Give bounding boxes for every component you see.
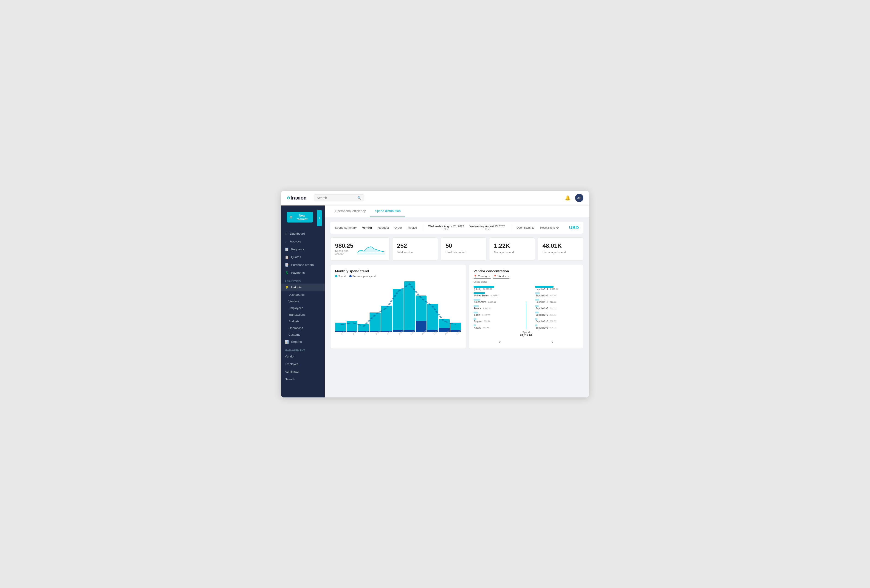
filter-spend-summary[interactable]: Spend summary <box>335 226 357 229</box>
country-bar-5 <box>474 318 476 320</box>
search-bar[interactable]: 🔍 <box>314 195 364 201</box>
sidebar-item-approve[interactable]: ✓ Approve <box>281 238 325 246</box>
vendor-value-6: 204.00 <box>550 326 556 329</box>
logo: ⊙ fraxion <box>287 195 306 201</box>
avatar-button[interactable]: AF <box>575 194 583 202</box>
filter-request[interactable]: Request <box>378 226 389 229</box>
sidebar-label-po: Purchase orders <box>291 263 314 266</box>
end-date-group[interactable]: Wednesday, August 23, 2023 End <box>469 225 505 231</box>
stat-card-unmanaged-spend: 48.01K Unmanaged spend <box>538 237 583 261</box>
sidebar-label-quotes: Quotes <box>291 255 301 259</box>
sidebar-item-payments[interactable]: 💲 Payments <box>281 269 325 277</box>
vendor-bar-2 <box>535 299 539 301</box>
payments-icon: 💲 <box>285 271 289 275</box>
new-request-button[interactable]: ⊕ New request <box>287 212 313 222</box>
sidebar-label-approve: Approve <box>290 240 301 243</box>
sankey-center-value: 49,012.64 <box>520 333 532 337</box>
filter-vendor[interactable]: Vendor <box>362 226 372 229</box>
stat-card-total-vendors: 252 Total vendors <box>392 237 438 261</box>
sidebar-item-employee[interactable]: Employee <box>281 360 325 368</box>
vendor-item-2: Supplier1~8412.00 <box>535 299 578 303</box>
sidebar-sub-customs[interactable]: Customs <box>281 331 325 338</box>
country-name-5: Belgium <box>474 320 482 323</box>
search-input[interactable] <box>317 196 356 200</box>
vendor-item-6: Supplier1~2204.00 <box>535 325 578 329</box>
mini-chart <box>357 243 385 255</box>
sidebar-label-vendor: Vendor <box>285 355 295 358</box>
open-filters-button[interactable]: Open filters ⚙ <box>517 226 535 229</box>
vendor-item-3: Supplier1~6301.00 <box>535 305 578 310</box>
requests-icon: 📄 <box>285 247 289 251</box>
tab-spend-distribution[interactable]: Spend distribution <box>370 205 405 217</box>
reports-icon: 📊 <box>285 340 289 344</box>
vendor-filter-close[interactable]: ✕ <box>507 275 509 278</box>
bar-group-202307: 202307 <box>439 281 450 332</box>
vendor-chevron-down[interactable]: ∨ <box>551 339 554 344</box>
vendor-bar-0 <box>535 286 554 288</box>
country-filter-tag[interactable]: 📍 Country ✕ <box>474 275 490 279</box>
stat-card-used-period: 50 Used this period <box>441 237 486 261</box>
tab-operational-efficiency[interactable]: Operational efficiency <box>330 205 370 217</box>
reset-filters-icon: ⚙ <box>556 226 559 229</box>
country-col: (Blank)32,085.10United States6,706.07Sou… <box>474 286 517 329</box>
vendor-name-6: Supplier1~2 <box>536 326 548 329</box>
country-item-4: Spain1,153.00 <box>474 311 517 316</box>
po-icon: 📑 <box>285 263 289 267</box>
country-chevron-down[interactable]: ∨ <box>498 339 501 344</box>
vendor-name-4: Supplier1~9 <box>536 314 548 316</box>
sidebar-item-dashboard[interactable]: ⊞ Dashboard <box>281 230 325 238</box>
sidebar-sub-transactions[interactable]: Transactions <box>281 311 325 318</box>
sidebar-sub-dashboards[interactable]: Dashboards <box>281 291 325 298</box>
sidebar-item-administer[interactable]: Administer <box>281 368 325 375</box>
country-filter-close[interactable]: ✕ <box>489 275 490 278</box>
sidebar-item-quotes[interactable]: 📋 Quotes <box>281 253 325 261</box>
vendor-filter-label: Vendor <box>498 275 507 278</box>
vendor-filter-tag[interactable]: 📍 Vendor ✕ <box>493 275 509 279</box>
country-bar-6 <box>474 325 476 326</box>
country-name-3: France <box>474 307 481 310</box>
sidebar-item-insights[interactable]: 💡 Insights <box>281 284 325 291</box>
bell-button[interactable]: 🔔 <box>564 194 571 202</box>
sidebar-item-reports[interactable]: 📊 Reports <box>281 338 325 346</box>
bar-current-202305 <box>416 295 426 332</box>
vendor-item-1: Supplier1~4440.39 <box>535 292 578 297</box>
bar-current-202301 <box>369 313 380 332</box>
management-section-label: MANAGEMENT <box>281 346 325 353</box>
stat-label-3: Used this period <box>445 251 482 254</box>
sidebar-item-search[interactable]: Search <box>281 375 325 383</box>
country-filter-loc-icon: 📍 <box>474 275 477 278</box>
sidebar-sub-employees[interactable]: Employees <box>281 305 325 311</box>
sidebar-label-reports: Reports <box>291 340 302 344</box>
sparkline-svg <box>357 243 385 255</box>
sidebar-item-vendor[interactable]: Vendor <box>281 353 325 360</box>
insights-icon: 💡 <box>285 286 289 289</box>
vendor-bar-4 <box>535 311 539 313</box>
sidebar-item-purchase-orders[interactable]: 📑 Purchase orders <box>281 261 325 269</box>
sidebar-label-dashboard: Dashboard <box>290 232 305 235</box>
reset-filters-button[interactable]: Reset filters ⚙ <box>540 226 559 229</box>
sidebar-sub-vendors[interactable]: Vendors <box>281 298 325 305</box>
country-bar-4 <box>474 311 478 313</box>
filter-order[interactable]: Order <box>394 226 402 229</box>
vendor-concentration-title: Vendor concentration <box>474 269 578 273</box>
sidebar-sub-budgets[interactable]: Budgets <box>281 318 325 325</box>
bar-group-202212: 202212 <box>358 281 369 332</box>
sidebar-sub-operations[interactable]: Operations <box>281 325 325 331</box>
stat-value-2: 252 <box>397 242 433 249</box>
country-item-6: Austria463.50 <box>474 325 517 329</box>
main-content: Operational efficiency Spend distributio… <box>325 205 589 397</box>
legend-dot-current <box>335 275 337 277</box>
new-request-dropdown[interactable]: ▾ <box>317 210 322 226</box>
content-area: Spend summary Vendor Request Order Invoi… <box>325 217 589 397</box>
filter-invoice[interactable]: Invoice <box>407 226 417 229</box>
bar-current-202304 <box>404 281 415 332</box>
monthly-spend-title: Monthly spend trend <box>335 269 461 273</box>
sidebar-item-requests[interactable]: 📄 Requests <box>281 246 325 253</box>
dashboard-icon: ⊞ <box>285 232 288 235</box>
start-label: Start <box>444 228 448 231</box>
stat-value-1: 980.25 <box>335 242 353 249</box>
stat-label-2: Total vendors <box>397 251 433 254</box>
start-date-group[interactable]: Wednesday, August 24, 2022 Start <box>428 225 464 231</box>
new-request-label: New request <box>294 214 310 221</box>
sidebar-label-employee: Employee <box>285 362 299 366</box>
